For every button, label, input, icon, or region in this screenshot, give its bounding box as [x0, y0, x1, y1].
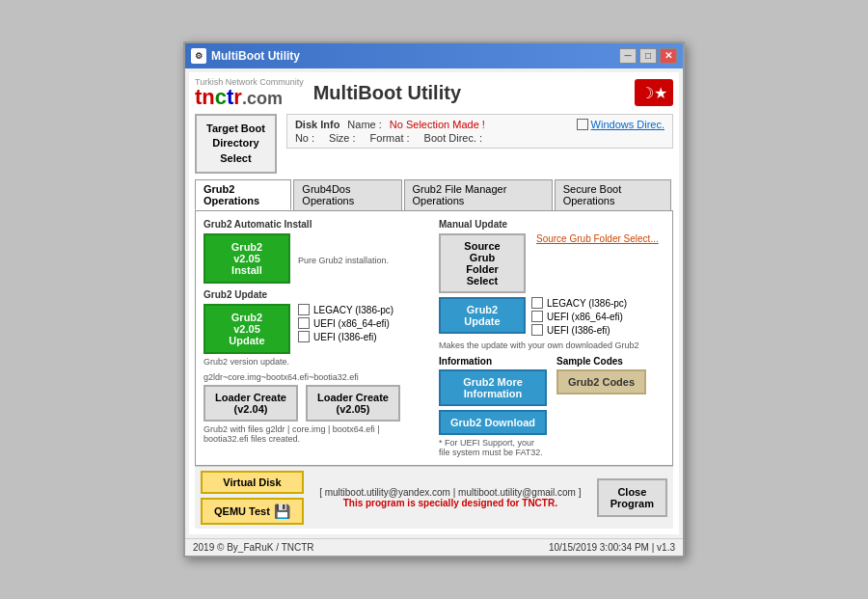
bottom-left-buttons: Virtual Disk QEMU Test 💾 — [201, 471, 304, 525]
manual-uefi32-label: UEFI (I386-efi) — [547, 325, 610, 336]
manual-uefi64-label: UEFI (x86_64-efi) — [547, 312, 623, 322]
uefi64-checkbox[interactable] — [298, 317, 310, 329]
target-boot-button[interactable]: Target BootDirectorySelect — [195, 114, 277, 174]
manual-uefi32-checkbox[interactable] — [531, 324, 543, 336]
window-icon: ⚙ — [191, 48, 206, 64]
uefi64-label: UEFI (x86_64-efi) — [313, 318, 390, 329]
flag-icon: ☽★ — [635, 79, 673, 106]
qemu-label: QEMU Test — [214, 505, 270, 517]
two-col-layout: Grub2 Automatic Install Grub2 v2.05Insta… — [203, 219, 665, 457]
size-label: Size : — [329, 132, 356, 144]
uefi64-checkbox-row: UEFI (x86_64-efi) — [298, 317, 393, 329]
bottom-bar: Virtual Disk QEMU Test 💾 [ multiboot.uti… — [195, 466, 673, 529]
name-value: No Selection Made ! — [390, 119, 485, 130]
info-col: Information Grub2 More Information Grub2… — [439, 356, 547, 457]
title-bar: ⚙ MultiBoot Utility ─ □ ✕ — [185, 43, 683, 68]
manual-uefi64-row: UEFI (x86_64-efi) — [531, 311, 627, 322]
tab-grub4dos[interactable]: Grub4Dos Operations — [293, 179, 401, 210]
tab-secureboot[interactable]: Secure Boot Operations — [555, 179, 671, 210]
source-folder-button[interactable]: Source GrubFolder Select — [439, 233, 526, 293]
grub2-install-button[interactable]: Grub2 v2.05Install — [203, 233, 290, 284]
logo-area: Turkish Network Community tnctr.com Mult… — [195, 78, 461, 108]
no-label: No : — [295, 132, 314, 144]
app-title: MultiBoot Utility — [313, 82, 461, 104]
boot-direc-label: Boot Direc. : — [424, 132, 483, 144]
manual-update-left: Grub2 Update — [439, 297, 526, 334]
right-col: Manual Update Source GrubFolder Select S… — [439, 219, 665, 457]
manual-uefi64-checkbox[interactable] — [531, 311, 543, 322]
tabs: Grub2 Operations Grub4Dos Operations Gru… — [195, 179, 673, 211]
tab-filemanager[interactable]: Grub2 File Manager Operations — [404, 179, 553, 210]
windows-direc-checkbox[interactable] — [577, 119, 588, 130]
uefi32-label: UEFI (I386-efi) — [313, 332, 377, 342]
uefi32-checkbox[interactable] — [298, 331, 310, 342]
loader-buttons: Loader Create(v2.04) Loader Create(v2.05… — [203, 385, 429, 422]
legacy-checkbox[interactable] — [298, 304, 310, 315]
update-version-note: Grub2 version update. — [203, 357, 429, 367]
qemu-test-button[interactable]: QEMU Test 💾 — [201, 498, 304, 525]
close-button[interactable]: ✕ — [660, 48, 677, 64]
name-label: Name : — [347, 119, 381, 130]
window-title: MultiBoot Utility — [211, 49, 300, 63]
update-left: Grub2 v2.05Update — [203, 304, 290, 354]
window-body: Turkish Network Community tnctr.com Mult… — [189, 72, 679, 534]
manual-checkboxes: LEGACY (I386-pc) UEFI (x86_64-efi) UEFI … — [531, 297, 627, 338]
information-section: Information Grub2 More Information Grub2… — [439, 356, 665, 457]
info-sample-layout: Information Grub2 More Information Grub2… — [439, 356, 665, 457]
close-program-button[interactable]: CloseProgram — [597, 478, 667, 517]
tab-content: Grub2 Automatic Install Grub2 v2.05Insta… — [195, 211, 673, 466]
floppy-icon: 💾 — [274, 504, 290, 519]
sample-col: Sample Codes Grub2 Codes — [556, 356, 665, 457]
left-col: Grub2 Automatic Install Grub2 v2.05Insta… — [203, 219, 429, 457]
disk-info-row1: Disk Info Name : No Selection Made ! Win… — [295, 119, 665, 130]
status-right: 10/15/2019 3:00:34 PM | v1.3 — [549, 542, 675, 553]
loader-note: Grub2 with files g2ldr | core.img | boot… — [203, 424, 429, 444]
windows-direc-link[interactable]: Windows Direc. — [577, 119, 665, 130]
maximize-button[interactable]: □ — [639, 48, 657, 64]
disk-right: Disk Info Name : No Selection Made ! Win… — [286, 114, 673, 154]
disk-info-label: Disk Info — [295, 119, 339, 130]
format-label: Format : — [370, 132, 410, 144]
manual-update-section: Manual Update Source GrubFolder Select S… — [439, 219, 665, 350]
download-button[interactable]: Grub2 Download — [439, 410, 547, 435]
install-desc: Pure Grub2 installation. — [298, 256, 389, 265]
status-bar: 2019 © By_FaRuK / TNCTR 10/15/2019 3:00:… — [185, 538, 683, 556]
loader-path-label: g2ldr~core.img~bootx64.efi~bootia32.efi — [203, 372, 429, 382]
email-text: [ multiboot.utility@yandex.com | multibo… — [312, 487, 589, 498]
more-info-button[interactable]: Grub2 More Information — [439, 369, 547, 406]
loader-section: g2ldr~core.img~bootx64.efi~bootia32.efi … — [203, 372, 429, 444]
status-left: 2019 © By_FaRuK / TNCTR — [193, 542, 314, 553]
update-checkboxes: LEGACY (I386-pc) UEFI (x86_64-efi) UEFI … — [298, 304, 393, 354]
source-link[interactable]: Source Grub Folder Select... — [536, 233, 659, 244]
update-desc: Makes the update with your own downloade… — [439, 340, 665, 350]
email-area: [ multiboot.utility@yandex.com | multibo… — [312, 487, 589, 508]
main-window: ⚙ MultiBoot Utility ─ □ ✕ Turkish Networ… — [183, 41, 685, 558]
uefi32-checkbox-row: UEFI (I386-efi) — [298, 331, 393, 342]
disk-info-panel: Disk Info Name : No Selection Made ! Win… — [286, 114, 673, 149]
grub2-update-button[interactable]: Grub2 v2.05Update — [203, 304, 290, 354]
loader-create-204-button[interactable]: Loader Create(v2.04) — [203, 385, 298, 422]
loader-create-205-button[interactable]: Loader Create(v2.05) — [306, 385, 400, 422]
tab-grub2[interactable]: Grub2 Operations — [195, 179, 291, 210]
fat32-note: * For UEFI Support, your file system mus… — [439, 438, 547, 457]
manual-legacy-checkbox[interactable] — [531, 297, 543, 309]
disk-info-row2: No : Size : Format : Boot Direc. : — [295, 132, 665, 144]
minimize-button[interactable]: ─ — [619, 48, 637, 64]
codes-button[interactable]: Grub2 Codes — [556, 369, 646, 395]
grub2-update-manual-button[interactable]: Grub2 Update — [439, 297, 526, 334]
sample-codes-label: Sample Codes — [556, 356, 665, 367]
manual-legacy-label: LEGACY (I386-pc) — [547, 298, 627, 309]
title-bar-left: ⚙ MultiBoot Utility — [191, 48, 300, 64]
tnctr-logo: Turkish Network Community tnctr.com — [195, 78, 304, 108]
logo-text: tnctr.com — [195, 87, 304, 108]
manual-update-label: Manual Update — [439, 219, 665, 230]
virtual-disk-button[interactable]: Virtual Disk — [201, 471, 304, 494]
manual-uefi32-row: UEFI (I386-efi) — [531, 324, 627, 336]
auto-install-label: Grub2 Automatic Install — [203, 219, 429, 230]
manual-legacy-row: LEGACY (I386-pc) — [531, 297, 627, 309]
grub2-update-section: Grub2 Update Grub2 v2.05Update LEGACY (I… — [203, 289, 429, 367]
disk-area: Target BootDirectorySelect Disk Info Nam… — [195, 114, 673, 174]
auto-install-section: Grub2 Automatic Install Grub2 v2.05Insta… — [203, 219, 429, 284]
legacy-checkbox-row: LEGACY (I386-pc) — [298, 304, 393, 315]
header-section: Turkish Network Community tnctr.com Mult… — [195, 78, 673, 108]
